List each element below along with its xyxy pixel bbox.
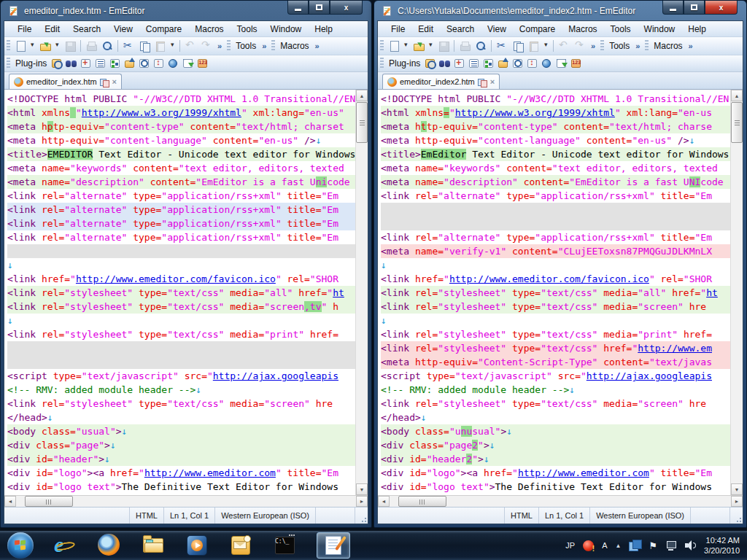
code-line[interactable]: <link rel="alternate" type="application/… bbox=[7, 189, 355, 203]
firefox-icon[interactable] bbox=[98, 534, 121, 557]
code-line[interactable]: <title>EmEditor Text Editor - Unicode te… bbox=[381, 147, 730, 161]
plugin-web-preview-button[interactable] bbox=[167, 58, 180, 70]
new-file-dropdown-button[interactable] bbox=[28, 39, 37, 53]
menu-item-compare[interactable]: Compare bbox=[514, 23, 561, 36]
plugin-html-bar-button[interactable] bbox=[80, 58, 93, 70]
code-line[interactable]: <link rel="alternate" type="application/… bbox=[7, 217, 355, 230]
internet-explorer-icon[interactable]: e bbox=[54, 534, 77, 557]
code-line[interactable]: ↓ bbox=[7, 314, 355, 327]
minimize-button[interactable] bbox=[287, 1, 309, 15]
tools-toolbar-label[interactable]: Tools bbox=[233, 41, 259, 51]
code-line[interactable]: <meta http-equiv="content-type" content=… bbox=[381, 120, 730, 133]
code-line[interactable]: <meta name="description" content="EmEdit… bbox=[381, 175, 730, 189]
code-line[interactable]: <div id="header">↓ bbox=[7, 452, 355, 466]
open-file-dropdown-button[interactable] bbox=[53, 39, 62, 53]
code-line[interactable]: <!-- RMV: added module header -->↓ bbox=[7, 383, 355, 397]
status-encoding[interactable]: Western European (ISO) bbox=[589, 508, 690, 524]
code-line[interactable]: <meta name="keywords" content="text edit… bbox=[7, 161, 355, 175]
menu-item-file[interactable]: File bbox=[12, 23, 37, 36]
macros-toolbar-label[interactable]: Macros bbox=[277, 41, 311, 51]
paste-dropdown-button[interactable] bbox=[169, 39, 177, 53]
plugin-search-button[interactable] bbox=[511, 58, 525, 70]
menu-item-search[interactable]: Search bbox=[441, 23, 480, 36]
plugin-word-count-button[interactable] bbox=[196, 58, 209, 70]
plugin-open-documents-button[interactable] bbox=[497, 58, 510, 70]
scroll-down-button[interactable]: ▼ bbox=[731, 483, 743, 495]
code-line[interactable]: <link rel="stylesheet" type="text/css" h… bbox=[381, 341, 730, 355]
code-line[interactable]: <div id="logo text">The Definitive Text … bbox=[381, 480, 730, 494]
menu-item-edit[interactable]: Edit bbox=[412, 23, 439, 36]
taskbar-clock[interactable]: 10:42 AM 3/20/2010 bbox=[704, 535, 740, 556]
plugin-diff-marks-button[interactable] bbox=[526, 58, 539, 70]
network-icon[interactable] bbox=[665, 540, 677, 551]
open-file-dropdown-button[interactable] bbox=[427, 39, 436, 53]
titlebar[interactable]: C:\Users\Yutaka\Documents\emeditor_index… bbox=[377, 1, 743, 20]
tab-close-icon[interactable]: × bbox=[489, 77, 495, 86]
code-line[interactable]: <meta hptp-equiv="content-type" content=… bbox=[7, 120, 355, 133]
horizontal-scrollbar[interactable]: ◄► bbox=[4, 495, 368, 507]
code-line[interactable]: <!DOCTYPE html PUBLIC "-//W3C//DTD XHTML… bbox=[381, 92, 730, 106]
code-line[interactable]: <meta http-equiv="Content-Script-Type" c… bbox=[381, 355, 730, 369]
print-button[interactable] bbox=[457, 39, 473, 53]
plugin-snippets-button[interactable] bbox=[482, 58, 495, 70]
code-line[interactable]: <div id="logo"><a href="http://www.emedi… bbox=[7, 466, 355, 480]
open-file-button[interactable] bbox=[411, 39, 427, 53]
new-file-dropdown-button[interactable] bbox=[402, 39, 411, 53]
language-bar-icon[interactable] bbox=[629, 540, 640, 551]
vertical-scroll-thumb[interactable] bbox=[356, 102, 368, 143]
code-line[interactable]: <meta name="description" content="EmEdit… bbox=[7, 175, 355, 189]
macros-overflow-chevron[interactable]: » bbox=[312, 42, 322, 50]
plugin-find-in-files-button[interactable] bbox=[65, 58, 78, 70]
code-line[interactable]: <html xmlns="http://www.w3.org/1999/xhtm… bbox=[381, 106, 730, 120]
code-line[interactable]: <link href="http://www.emeditor.com/favi… bbox=[7, 272, 355, 286]
windows-explorer-icon[interactable] bbox=[142, 534, 165, 557]
status-syntax[interactable]: HTML bbox=[129, 508, 163, 524]
print-button[interactable] bbox=[83, 39, 99, 53]
copy-button[interactable] bbox=[136, 39, 152, 53]
menu-item-tools[interactable]: Tools bbox=[231, 23, 263, 36]
vertical-scrollbar[interactable]: ▲▼ bbox=[730, 90, 743, 495]
plugin-window-list-button[interactable] bbox=[182, 58, 195, 70]
scroll-down-button[interactable]: ▼ bbox=[356, 483, 368, 495]
minimize-button[interactable] bbox=[662, 1, 684, 15]
plugin-open-documents-button[interactable] bbox=[123, 58, 136, 70]
toolbar-overflow-chevron[interactable]: » bbox=[214, 42, 225, 50]
scroll-up-button[interactable]: ▲ bbox=[731, 90, 743, 101]
tools-overflow-chevron[interactable]: » bbox=[259, 42, 269, 50]
open-file-button[interactable] bbox=[37, 39, 53, 53]
ime-language-indicator[interactable]: JP bbox=[565, 541, 575, 550]
code-view[interactable]: <!DOCTYPE html PUBLIC "-//W3C//DTD XHTML… bbox=[378, 90, 730, 495]
cut-button[interactable] bbox=[120, 39, 136, 53]
resize-grip[interactable] bbox=[355, 508, 368, 524]
plugin-diff-marks-button[interactable] bbox=[152, 58, 166, 70]
horizontal-scroll-thumb[interactable] bbox=[398, 496, 446, 507]
code-line[interactable]: </head>↓ bbox=[381, 411, 730, 424]
menu-item-help[interactable]: Help bbox=[682, 23, 712, 36]
find-button[interactable] bbox=[99, 39, 115, 53]
status-syntax[interactable]: HTML bbox=[504, 508, 538, 524]
code-view[interactable]: <!DOCTYPE html PUBLIC "-//W3C//DTD XHTML… bbox=[4, 90, 355, 495]
code-line[interactable] bbox=[7, 341, 355, 355]
menu-item-edit[interactable]: Edit bbox=[39, 23, 66, 36]
plugin-outline-button[interactable] bbox=[94, 58, 107, 70]
menu-item-tools[interactable]: Tools bbox=[605, 23, 637, 36]
close-button[interactable]: x bbox=[705, 1, 738, 15]
resize-grip[interactable] bbox=[729, 508, 743, 524]
code-line[interactable]: <link rel="alternate" type="application/… bbox=[381, 230, 730, 244]
code-line[interactable]: <script type="text/javascript" src="http… bbox=[381, 369, 730, 383]
code-line[interactable]: <link rel="stylesheet" type="text/css" m… bbox=[7, 286, 355, 300]
status-cursor-position[interactable]: Ln 1, Col 1 bbox=[538, 508, 589, 524]
menu-item-macros[interactable]: Macros bbox=[189, 23, 229, 36]
code-line[interactable]: <link rel="stylesheet" type="text/css" m… bbox=[7, 397, 355, 411]
scroll-up-button[interactable]: ▲ bbox=[356, 90, 368, 101]
code-line[interactable] bbox=[7, 355, 355, 369]
code-line[interactable]: <meta http-equiv="content-language" cont… bbox=[381, 133, 730, 147]
volume-icon[interactable] bbox=[685, 540, 696, 551]
code-line[interactable]: <link rel="alternate" type="application/… bbox=[381, 189, 730, 203]
scroll-right-button[interactable]: ► bbox=[731, 496, 743, 507]
code-line[interactable]: <title>EMEDITOR Text Editor - Unicode te… bbox=[7, 147, 355, 161]
code-line[interactable]: <link rel="stylesheet" type="text/css" m… bbox=[7, 327, 355, 341]
plugin-explorer-button[interactable] bbox=[424, 58, 437, 70]
vertical-scroll-thumb[interactable] bbox=[731, 102, 743, 143]
code-line[interactable]: <link rel="stylesheet" type="text/css" m… bbox=[381, 300, 730, 314]
